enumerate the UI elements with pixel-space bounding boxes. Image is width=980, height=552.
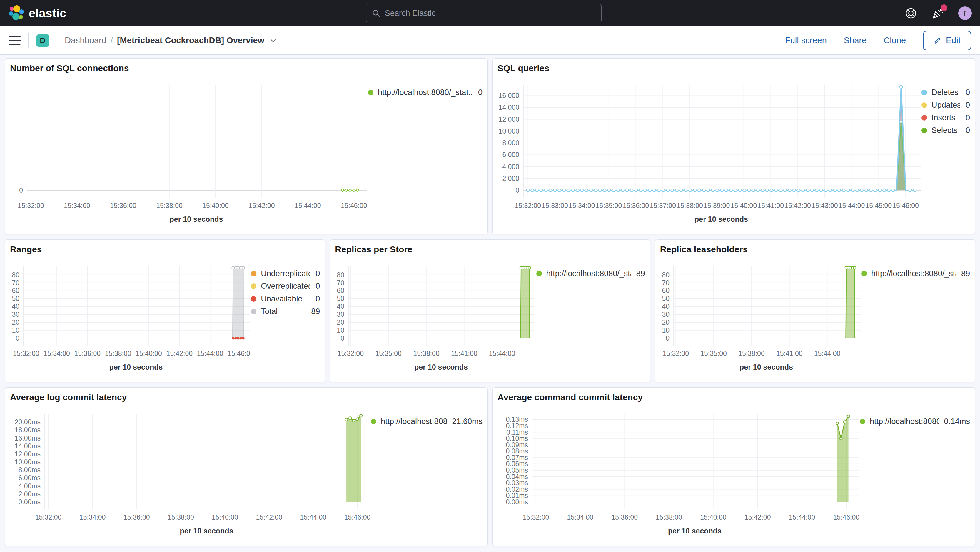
elastic-logo[interactable]: elastic	[8, 5, 67, 21]
chart-average-log-commit-latency[interactable]: 0.00ms2.00ms4.00ms6.00ms8.00ms10.00ms12.…	[10, 402, 371, 544]
legend-swatch-icon	[371, 419, 376, 424]
legend-item[interactable]: Inserts0	[921, 111, 970, 124]
svg-text:70: 70	[337, 279, 345, 287]
legend-swatch-icon	[251, 283, 256, 289]
svg-text:8.00ms: 8.00ms	[19, 466, 41, 474]
user-avatar[interactable]: r	[958, 6, 972, 20]
panel-title[interactable]: Average command commit latency	[498, 392, 970, 402]
chart-number-of-sql-connections[interactable]: 015:32:0015:34:0015:36:0015:38:0015:40:0…	[10, 73, 368, 232]
legend-item[interactable]: Overreplicated0	[251, 280, 320, 293]
svg-text:15:32:00: 15:32:00	[35, 514, 62, 521]
space-badge[interactable]: D	[36, 34, 49, 47]
search-placeholder: Search Elastic	[385, 9, 436, 18]
svg-text:15:38:00: 15:38:00	[656, 514, 682, 521]
svg-text:16,000: 16,000	[499, 92, 519, 99]
svg-text:per 10 seconds: per 10 seconds	[740, 363, 793, 371]
svg-text:15:35:00: 15:35:00	[700, 350, 727, 357]
svg-text:0: 0	[666, 334, 670, 342]
legend-value: 0	[960, 100, 970, 110]
svg-text:50: 50	[12, 295, 19, 302]
panel-title[interactable]: Average log commit latency	[10, 392, 482, 402]
svg-text:80: 80	[337, 271, 345, 279]
svg-text:16.00ms: 16.00ms	[15, 434, 41, 442]
svg-text:15:44:00: 15:44:00	[197, 350, 223, 357]
legend-item[interactable]: http://localhost:8080/_stat...0	[368, 86, 482, 99]
legend: Deletes0Updates0Inserts0Selects0	[921, 73, 970, 232]
elastic-logo-icon	[8, 5, 24, 21]
svg-text:15:40:00: 15:40:00	[202, 202, 229, 209]
full-screen-button[interactable]: Full screen	[785, 36, 827, 45]
legend-item[interactable]: http://localhost:8080/_sta...89	[861, 267, 970, 280]
panel-title[interactable]: Number of SQL connections	[10, 63, 482, 73]
search-input[interactable]: Search Elastic	[366, 4, 601, 22]
title-menu-button[interactable]	[270, 37, 277, 44]
svg-text:15:38:00: 15:38:00	[676, 202, 703, 209]
legend-value: 89	[631, 269, 645, 278]
svg-text:70: 70	[662, 279, 670, 287]
svg-text:50: 50	[662, 295, 670, 302]
svg-text:15:46:00: 15:46:00	[341, 202, 367, 209]
svg-text:0.13ms: 0.13ms	[506, 415, 528, 423]
legend-item[interactable]: Total89	[251, 305, 320, 318]
menu-button[interactable]	[9, 36, 21, 45]
svg-text:15:42:00: 15:42:00	[784, 202, 811, 209]
legend-value: 0	[473, 88, 482, 97]
panel-title[interactable]: SQL queries	[498, 63, 970, 73]
svg-text:15:32:00: 15:32:00	[337, 350, 364, 357]
panel-title[interactable]: Replicas per Store	[335, 244, 645, 255]
legend-item[interactable]: Deletes0	[921, 86, 970, 99]
svg-text:20.00ms: 20.00ms	[15, 418, 41, 426]
svg-text:15:46:00: 15:46:00	[344, 514, 371, 521]
share-button[interactable]: Share	[844, 36, 867, 45]
panel-title[interactable]: Ranges	[10, 244, 320, 255]
svg-text:per 10 seconds: per 10 seconds	[414, 363, 468, 371]
breadcrumb-dashboard-link[interactable]: Dashboard	[65, 36, 107, 45]
chart-replica-leaseholders[interactable]: 0102030405060708015:32:0015:35:0015:38:0…	[660, 255, 861, 380]
svg-text:15:42:00: 15:42:00	[248, 202, 275, 209]
svg-text:15:42:00: 15:42:00	[745, 514, 771, 521]
legend-label: http://localhost:8080/_sta...	[871, 269, 956, 278]
avatar-initial: r	[964, 9, 966, 18]
svg-text:15:35:00: 15:35:00	[375, 350, 402, 357]
legend-item[interactable]: Unavailable0	[251, 293, 320, 305]
svg-text:12.00ms: 12.00ms	[15, 450, 41, 458]
page-title[interactable]: [Metricbeat CockroachDB] Overview	[117, 36, 264, 45]
legend: http://localhost:8080/_sta...89	[861, 255, 970, 380]
legend-item[interactable]: Underreplicated0	[251, 267, 320, 280]
svg-text:0: 0	[515, 186, 519, 194]
svg-text:per 10 seconds: per 10 seconds	[169, 215, 223, 223]
svg-text:15:33:00: 15:33:00	[542, 202, 568, 209]
svg-text:15:44:00: 15:44:00	[814, 350, 840, 357]
legend-label: Unavailable	[261, 294, 302, 304]
legend-item[interactable]: http://localhost:808...21.60ms	[371, 415, 482, 428]
legend-swatch-icon	[921, 115, 927, 121]
legend-item[interactable]: http://localhost:8080...0.14ms	[860, 415, 970, 428]
help-button[interactable]	[904, 6, 918, 20]
legend-item[interactable]: Selects0	[921, 124, 970, 137]
chart-ranges[interactable]: 0102030405060708015:32:0015:34:0015:36:0…	[10, 255, 251, 380]
legend-item[interactable]: http://localhost:8080/_sta...89	[536, 267, 645, 280]
svg-text:15:44:00: 15:44:00	[294, 202, 321, 209]
chart-sql-queries[interactable]: 02,0004,0006,0008,00010,00012,00014,0001…	[498, 73, 921, 232]
svg-text:15:32:00: 15:32:00	[523, 514, 549, 521]
legend-value: 0	[310, 294, 320, 304]
legend-swatch-icon	[860, 419, 865, 424]
chart-average-command-commit-latency[interactable]: 0.00ms0.01ms0.02ms0.03ms0.04ms0.05ms0.06…	[498, 402, 860, 544]
legend: http://localhost:8080/_sta...89	[536, 255, 645, 380]
legend-label: Overreplicated	[261, 282, 310, 291]
newsfeed-button[interactable]	[931, 6, 945, 20]
svg-text:60: 60	[12, 287, 19, 294]
svg-text:15:32:00: 15:32:00	[13, 350, 40, 357]
legend-value: 21.60ms	[447, 417, 482, 426]
chart-replicas-per-store[interactable]: 0102030405060708015:32:0015:35:0015:38:0…	[335, 255, 536, 380]
clone-button[interactable]: Clone	[883, 36, 906, 45]
svg-text:15:38:00: 15:38:00	[156, 202, 183, 209]
panel-ranges: Ranges0102030405060708015:32:0015:34:001…	[5, 239, 325, 382]
svg-text:14.00ms: 14.00ms	[15, 442, 41, 450]
panel-title[interactable]: Replica leaseholders	[660, 244, 970, 255]
svg-text:6.00ms: 6.00ms	[19, 474, 41, 482]
svg-text:20: 20	[337, 318, 345, 326]
legend-item[interactable]: Updates0	[921, 99, 970, 111]
notification-dot	[940, 5, 947, 11]
edit-button[interactable]: Edit	[923, 31, 971, 50]
